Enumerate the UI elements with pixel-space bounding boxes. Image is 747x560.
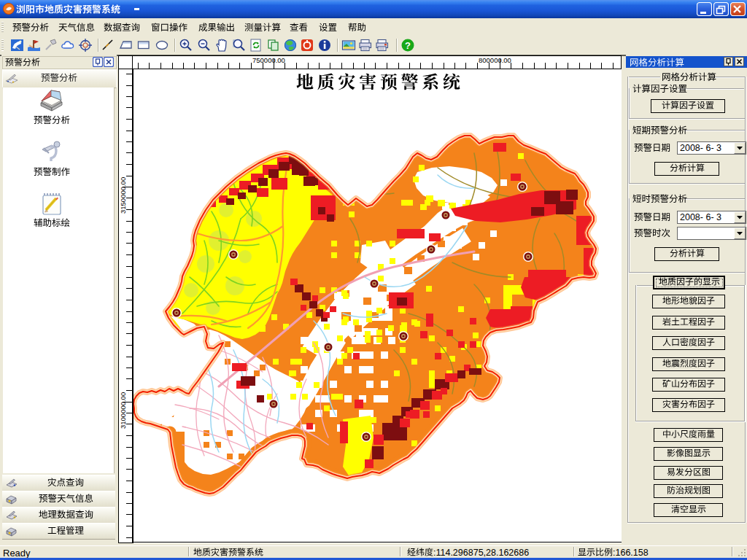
svg-text:?: ? bbox=[405, 40, 411, 51]
